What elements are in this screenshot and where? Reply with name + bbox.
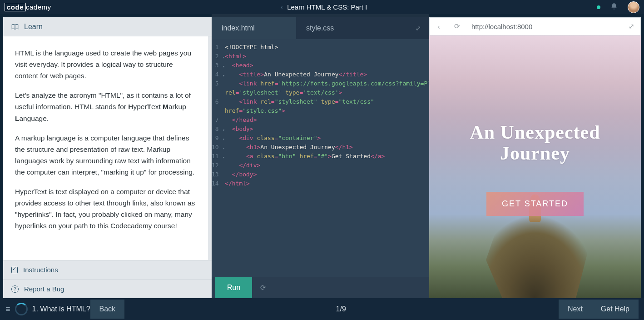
lesson-para: Let's analyze the acronym "HTML", as it … (15, 90, 196, 124)
lesson-para: HyperText is text displayed on a compute… (15, 186, 196, 231)
bottom-bar: ≡ 1. What is HTML? Back 1/9 Next Get Hel… (0, 298, 644, 320)
lesson-content: HTML is the language used to create the … (3, 36, 208, 260)
logo-boxed: code (5, 3, 26, 11)
editor-panel: index.html style.css ⤢ 12345678910111213… (212, 14, 429, 298)
footer-left: ≡ 1. What is HTML? (5, 303, 90, 315)
footer-nav: Back 1/9 Next (90, 305, 592, 313)
chevron-left-icon[interactable]: ‹ (281, 4, 282, 10)
top-bar: codecademy ‹ Learn HTML & CSS: Part I (0, 0, 644, 14)
learn-section-header[interactable]: Learn (3, 17, 212, 36)
logo-rest: cademy (26, 3, 51, 11)
progress-ring-icon (15, 303, 28, 315)
browser-reload-button[interactable]: ⟳ (448, 18, 466, 35)
next-button[interactable]: Next (559, 300, 592, 319)
learn-label: Learn (24, 23, 43, 31)
code-editor[interactable]: 1234567891011121314 ▾▾▾▾▾▾▾ <!DOCTYPE ht… (212, 39, 429, 277)
browser-url[interactable]: http://localhost:8000 (466, 23, 622, 30)
checkbox-icon (11, 267, 18, 273)
header-right (597, 1, 639, 13)
browser-expand-button[interactable]: ⤢ (622, 18, 640, 35)
avatar[interactable] (628, 1, 639, 13)
footer-right: Get Help (592, 300, 639, 319)
editor-tabs: index.html style.css ⤢ (212, 17, 429, 39)
tab-index-html[interactable]: index.html (212, 17, 296, 39)
code-content[interactable]: <!DOCTYPE html> <html> <head> <title>An … (225, 43, 429, 277)
menu-icon[interactable]: ≡ (5, 305, 10, 314)
report-label: Report a Bug (24, 285, 64, 293)
preview-panel: ‹ ⟳ http://localhost:8000 ⤢ An Unexpecte… (429, 14, 644, 298)
browser-back-button[interactable]: ‹ (430, 18, 448, 35)
run-button[interactable]: Run (215, 277, 252, 298)
bell-icon[interactable] (610, 3, 618, 12)
header-center: ‹ Learn HTML & CSS: Part I (51, 3, 597, 11)
scrollbar[interactable] (208, 36, 212, 260)
preview-cta-button[interactable]: GET STARTED (486, 192, 584, 216)
get-help-button[interactable]: Get Help (592, 300, 639, 319)
preview-viewport: An Unexpected Journey GET STARTED (429, 35, 641, 298)
help-circle-icon: ? (11, 285, 19, 293)
logo[interactable]: codecademy (5, 3, 51, 11)
status-indicator-icon[interactable] (597, 5, 600, 9)
page-indicator: 1/9 (336, 305, 346, 313)
main-area: Learn HTML is the language used to creat… (0, 14, 644, 298)
book-icon (11, 24, 19, 30)
lesson-para: HTML is the language used to create the … (15, 47, 196, 81)
expand-editor-button[interactable]: ⤢ (407, 17, 429, 39)
line-gutter: 1234567891011121314 (212, 43, 223, 277)
lesson-panel: Learn HTML is the language used to creat… (0, 14, 212, 298)
reset-icon[interactable]: ⟳ (260, 284, 266, 292)
lesson-para: A markup language is a computer language… (15, 132, 196, 178)
tab-style-css[interactable]: style.css (296, 17, 381, 39)
browser-bar: ‹ ⟳ http://localhost:8000 ⤢ (429, 17, 641, 35)
course-title: Learn HTML & CSS: Part I (287, 3, 367, 11)
instructions-label: Instructions (23, 266, 58, 274)
instructions-section-header[interactable]: Instructions (3, 260, 212, 279)
preview-hero-title: An Unexpected Journey (470, 122, 600, 164)
preview-landscape (453, 171, 617, 298)
lesson-title[interactable]: 1. What is HTML? (32, 305, 90, 313)
report-bug-section-header[interactable]: ? Report a Bug (3, 279, 212, 298)
editor-footer: Run ⟳ (212, 277, 429, 298)
back-button[interactable]: Back (90, 300, 125, 319)
